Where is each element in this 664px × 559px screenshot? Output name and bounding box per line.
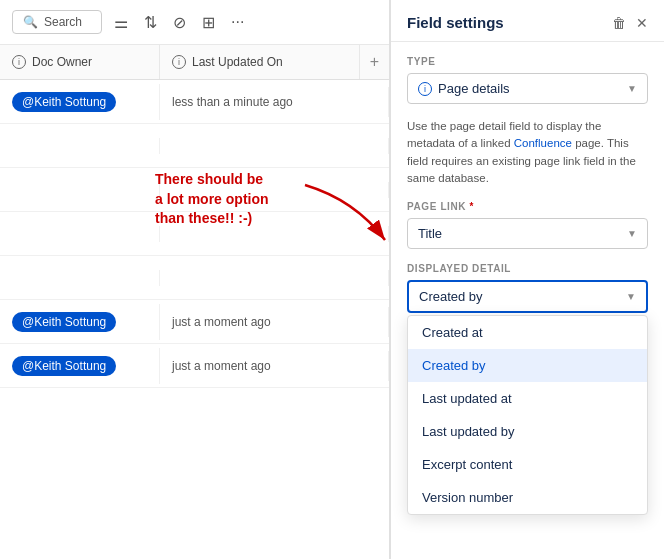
owner-tag-6: @Keith Sottung — [12, 312, 116, 332]
page-link-label: PAGE LINK * — [407, 201, 648, 212]
grid-icon[interactable]: ⊞ — [198, 11, 219, 34]
left-panel: 🔍 Search ⚌ ⇅ ⊘ ⊞ ··· i Doc Owner i Last … — [0, 0, 390, 559]
right-panel: Field settings 🗑 ✕ TYPE i Page details ▼… — [390, 0, 664, 559]
table-header: i Doc Owner i Last Updated On + — [0, 45, 389, 80]
delete-icon[interactable]: 🗑 — [612, 15, 626, 31]
search-label: Search — [44, 15, 82, 29]
dropdown-item-created-at[interactable]: Created at — [408, 316, 647, 349]
type-value: Page details — [438, 81, 510, 96]
col-label-1: Doc Owner — [32, 55, 92, 69]
cell-updated-3 — [160, 182, 389, 198]
add-column-button[interactable]: + — [360, 45, 389, 79]
required-marker: * — [466, 201, 474, 212]
panel-title: Field settings — [407, 14, 504, 31]
type-info-icon: i — [418, 82, 432, 96]
cell-owner-2 — [0, 138, 160, 154]
table-body: @Keith Sottung less than a minute ago @K… — [0, 80, 389, 559]
type-select[interactable]: i Page details ▼ — [407, 73, 648, 104]
cell-owner-6: @Keith Sottung — [0, 304, 160, 340]
type-chevron-icon: ▼ — [627, 83, 637, 94]
col-header-doc-owner: i Doc Owner — [0, 45, 160, 79]
dropdown-item-last-updated-by[interactable]: Last updated by — [408, 415, 647, 448]
displayed-detail-chevron-icon: ▼ — [626, 291, 636, 302]
col-label-2: Last Updated On — [192, 55, 283, 69]
help-link: Confluence — [514, 137, 572, 149]
help-text: Use the page detail field to display the… — [407, 118, 648, 187]
cell-owner-3 — [0, 182, 160, 198]
panel-body: TYPE i Page details ▼ Use the page detai… — [391, 42, 664, 559]
col-info-icon-1: i — [12, 55, 26, 69]
table-row — [0, 124, 389, 168]
dropdown-item-last-updated-at[interactable]: Last updated at — [408, 382, 647, 415]
table-row — [0, 256, 389, 300]
toolbar: 🔍 Search ⚌ ⇅ ⊘ ⊞ ··· — [0, 0, 389, 45]
displayed-detail-dropdown: Created at Created by Last updated at La… — [407, 315, 648, 515]
search-box[interactable]: 🔍 Search — [12, 10, 102, 34]
dropdown-item-version-number[interactable]: Version number — [408, 481, 647, 514]
cell-owner-1: @Keith Sottung — [0, 84, 160, 120]
page-link-value: Title — [418, 226, 442, 241]
table-row: @Keith Sottung just a moment ago — [0, 300, 389, 344]
cell-owner-4 — [0, 226, 160, 242]
displayed-detail-select[interactable]: Created by ▼ — [407, 280, 648, 313]
type-section: TYPE i Page details ▼ — [407, 56, 648, 104]
cell-updated-4 — [160, 226, 389, 242]
type-label: TYPE — [407, 56, 648, 67]
page-link-chevron-icon: ▼ — [627, 228, 637, 239]
table-row — [0, 168, 389, 212]
table-row — [0, 212, 389, 256]
sort-icon[interactable]: ⇅ — [140, 11, 161, 34]
close-icon[interactable]: ✕ — [636, 15, 648, 31]
page-link-section: PAGE LINK * Title ▼ — [407, 201, 648, 249]
filter-icon[interactable]: ⚌ — [110, 11, 132, 34]
dropdown-item-created-by[interactable]: Created by — [408, 349, 647, 382]
cell-owner-5 — [0, 270, 160, 286]
displayed-detail-label: DISPLAYED DETAIL — [407, 263, 648, 274]
panel-actions: 🗑 ✕ — [612, 15, 648, 31]
panel-header: Field settings 🗑 ✕ — [391, 0, 664, 42]
col-header-last-updated: i Last Updated On — [160, 45, 360, 79]
cell-updated-7: just a moment ago — [160, 351, 389, 381]
search-icon: 🔍 — [23, 15, 38, 29]
cell-updated-5 — [160, 270, 389, 286]
more-icon[interactable]: ··· — [227, 11, 248, 33]
cell-owner-7: @Keith Sottung — [0, 348, 160, 384]
displayed-detail-section: DISPLAYED DETAIL Created by ▼ Created at… — [407, 263, 648, 313]
dropdown-item-excerpt-content[interactable]: Excerpt content — [408, 448, 647, 481]
displayed-detail-value: Created by — [419, 289, 483, 304]
cell-updated-2 — [160, 138, 389, 154]
page-link-select[interactable]: Title ▼ — [407, 218, 648, 249]
owner-tag-1: @Keith Sottung — [12, 92, 116, 112]
owner-tag-7: @Keith Sottung — [12, 356, 116, 376]
type-select-left: i Page details — [418, 81, 510, 96]
col-info-icon-2: i — [172, 55, 186, 69]
cell-updated-1: less than a minute ago — [160, 87, 389, 117]
table-row: @Keith Sottung just a moment ago — [0, 344, 389, 388]
table-row: @Keith Sottung less than a minute ago — [0, 80, 389, 124]
hide-icon[interactable]: ⊘ — [169, 11, 190, 34]
cell-updated-6: just a moment ago — [160, 307, 389, 337]
